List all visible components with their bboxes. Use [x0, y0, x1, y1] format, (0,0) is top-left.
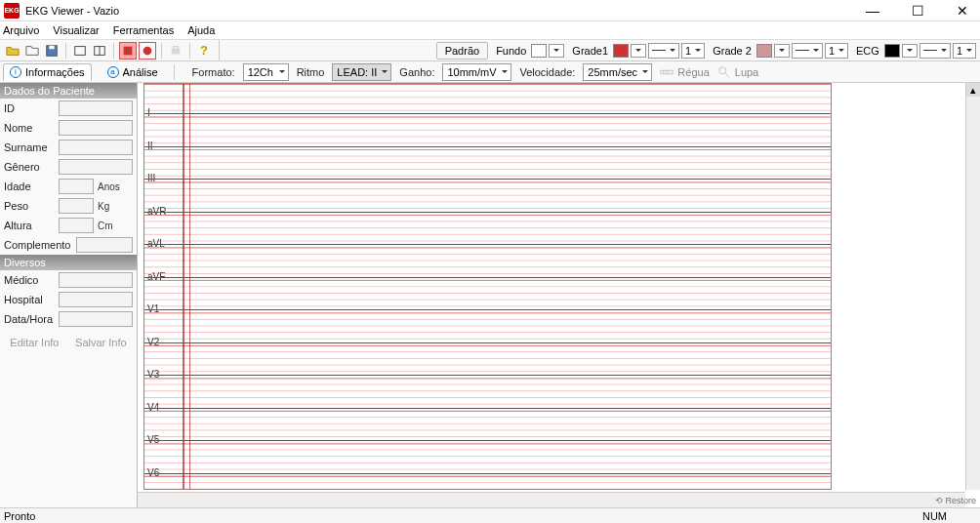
- sidebar: Dados do Paciente ID Nome Surname Gênero…: [0, 83, 138, 507]
- datahora-field[interactable]: [59, 311, 133, 327]
- svg-point-13: [719, 66, 726, 73]
- lead-baseline: [144, 212, 831, 213]
- id-field[interactable]: [59, 101, 133, 116]
- fundo-color[interactable]: [531, 44, 547, 58]
- analise-icon: a: [107, 66, 119, 78]
- complemento-field[interactable]: [76, 237, 133, 253]
- menu-ferramentas[interactable]: Ferramentas: [113, 24, 174, 36]
- grade2-color[interactable]: [756, 44, 772, 58]
- grade1-line[interactable]: [648, 43, 679, 59]
- ecg-line[interactable]: [919, 43, 951, 59]
- datahora-label: Data/Hora: [4, 313, 55, 325]
- tab-bar: i Informações a Análise Formato: 12Ch Ri…: [0, 61, 980, 83]
- status-num: NUM: [922, 510, 947, 522]
- record-back-icon[interactable]: [119, 42, 137, 60]
- minimize-button[interactable]: —: [859, 3, 886, 19]
- grade1-color[interactable]: [613, 44, 629, 58]
- grade2-line[interactable]: [792, 43, 823, 59]
- nome-field[interactable]: [59, 120, 133, 136]
- app-icon: EKG: [4, 3, 20, 19]
- formato-label: Formato:: [192, 66, 235, 78]
- velocidade-select[interactable]: 25mm/sec: [583, 63, 652, 81]
- menu-bar: Arquivo Visualizar Ferramentas Ajuda: [0, 21, 980, 40]
- genero-field[interactable]: [59, 159, 133, 175]
- maximize-button[interactable]: ☐: [904, 3, 931, 19]
- idade-field[interactable]: [59, 179, 94, 194]
- altura-label: Altura: [4, 220, 55, 231]
- altura-field[interactable]: [59, 218, 94, 233]
- padrao-button[interactable]: Padrão: [436, 42, 488, 60]
- peso-label: Peso: [4, 200, 55, 212]
- status-ready: Pronto: [4, 510, 35, 522]
- editar-info-button[interactable]: Editar Info: [10, 337, 59, 348]
- svg-rect-7: [172, 49, 181, 54]
- folder-icon[interactable]: [23, 42, 41, 60]
- ganho-label: Ganho:: [399, 66, 434, 78]
- formato-select[interactable]: 12Ch: [243, 63, 289, 81]
- svg-rect-9: [661, 70, 673, 74]
- scrollbar-horizontal[interactable]: [138, 492, 965, 507]
- grade2-label: Grade 2: [713, 45, 752, 57]
- ganho-select[interactable]: 10mm/mV: [442, 63, 511, 81]
- nome-label: Nome: [4, 122, 55, 134]
- ekg-canvas[interactable]: IIIIIIaVRaVLaVFV1V2V3V4V5V6 ▴: [138, 83, 980, 507]
- magnifier-icon: [717, 65, 731, 79]
- section-diversos: Diversos: [0, 255, 137, 270]
- print-icon[interactable]: [167, 42, 184, 60]
- info-icon: i: [10, 66, 21, 78]
- lead-baseline: [144, 179, 831, 180]
- open-icon[interactable]: [4, 42, 21, 60]
- tab-analise[interactable]: a Análise: [102, 64, 164, 80]
- hospital-label: Hospital: [4, 294, 55, 305]
- record-icon[interactable]: [139, 42, 156, 60]
- menu-arquivo[interactable]: Arquivo: [3, 24, 39, 36]
- svg-rect-5: [124, 46, 133, 55]
- save-icon[interactable]: [43, 42, 61, 60]
- hospital-field[interactable]: [59, 292, 133, 307]
- regua-toggle[interactable]: Régua: [660, 65, 709, 79]
- lead-baseline: [144, 244, 831, 245]
- svg-rect-2: [75, 46, 86, 55]
- grade1-color-dd[interactable]: [631, 44, 646, 58]
- id-label: ID: [4, 102, 55, 114]
- ruler-icon: [660, 65, 674, 79]
- help-icon[interactable]: ?: [195, 42, 213, 60]
- ritmo-label: Ritmo: [297, 66, 325, 78]
- scrollbar-vertical[interactable]: ▴: [965, 83, 980, 490]
- close-button[interactable]: ✕: [949, 3, 976, 19]
- ecg-color-dd[interactable]: [902, 44, 918, 58]
- layout-split-icon[interactable]: [91, 42, 108, 60]
- surname-label: Surname: [4, 141, 55, 153]
- layout-single-icon[interactable]: [71, 42, 89, 60]
- grade2-num[interactable]: 1: [825, 43, 848, 59]
- fundo-label: Fundo: [496, 45, 526, 57]
- scroll-up-icon[interactable]: ▴: [966, 83, 980, 97]
- idade-label: Idade: [4, 181, 55, 192]
- complemento-label: Complemento: [4, 239, 72, 251]
- surname-field[interactable]: [59, 140, 133, 155]
- lead-baseline: [144, 408, 831, 409]
- menu-ajuda[interactable]: Ajuda: [187, 24, 215, 36]
- lupa-toggle[interactable]: Lupa: [717, 65, 758, 79]
- tab-informacoes[interactable]: i Informações: [3, 63, 92, 81]
- lead-baseline: [144, 342, 831, 343]
- salvar-info-button[interactable]: Salvar Info: [75, 337, 127, 348]
- lead-baseline: [144, 440, 831, 441]
- ecg-num[interactable]: 1: [953, 43, 976, 59]
- svg-rect-8: [173, 46, 178, 49]
- grade2-color-dd[interactable]: [774, 44, 790, 58]
- ecg-color[interactable]: [884, 44, 900, 58]
- ritmo-select[interactable]: LEAD: II: [332, 63, 391, 81]
- grade1-label: Grade1: [572, 45, 608, 57]
- menu-visualizar[interactable]: Visualizar: [53, 24, 100, 36]
- grade1-num[interactable]: 1: [681, 43, 705, 59]
- peso-field[interactable]: [59, 198, 94, 214]
- lead-baseline: [144, 375, 831, 376]
- status-bar: Pronto NUM: [0, 507, 980, 523]
- lead-baseline: [144, 113, 831, 114]
- medico-field[interactable]: [59, 272, 133, 288]
- svg-point-6: [143, 46, 152, 55]
- lead-baseline: [144, 309, 831, 310]
- section-dados: Dados do Paciente: [0, 83, 137, 99]
- fundo-dd[interactable]: [549, 44, 564, 58]
